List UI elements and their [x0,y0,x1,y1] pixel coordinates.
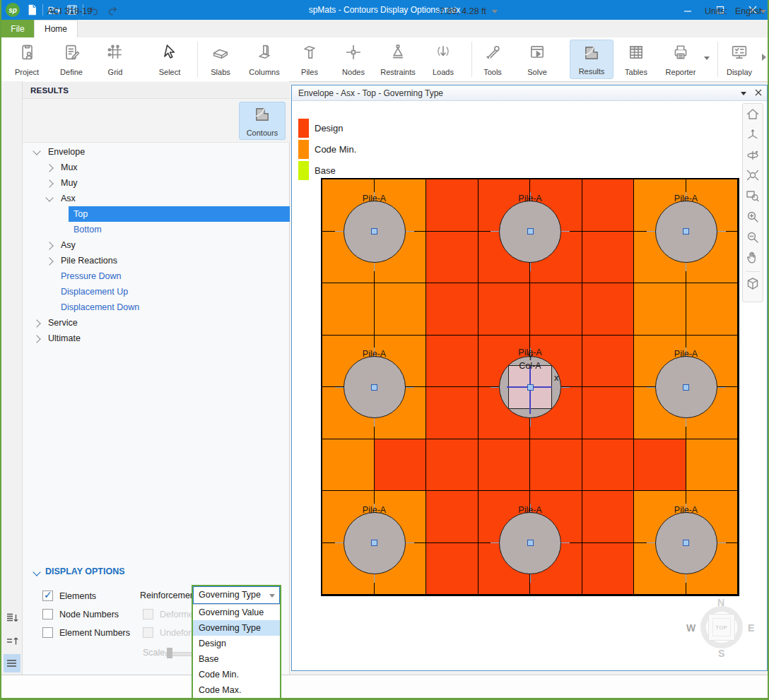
iso-view-icon[interactable] [744,275,761,292]
cursor-coordinates[interactable]: -7.89, 4.28 ft [425,0,486,23]
view-close-icon[interactable] [753,88,763,97]
compass-east[interactable]: E [748,622,754,634]
ribbon-button-select[interactable]: Select [148,40,192,79]
compass-north[interactable]: N [717,597,724,608]
tree-item-asy[interactable]: Asy [1,237,290,253]
ribbon-button-reporter[interactable]: Reporter [659,40,703,79]
menu-icon[interactable] [4,654,20,672]
zoom-window-icon[interactable] [744,188,761,205]
view-menu-caret-icon[interactable] [741,92,746,95]
pile-node-marker [371,384,377,391]
restraints-icon [388,42,408,62]
ribbon-button-tools[interactable]: Tools [471,40,515,79]
ribbon-button-loads[interactable]: Loads [421,40,465,79]
tree-item-asx[interactable]: Asx [1,191,290,206]
compass-west[interactable]: W [686,622,695,634]
pile-node-marker [683,540,689,546]
tree-item-pressure-down[interactable]: Pressure Down [1,268,290,284]
ribbon-button-restraints[interactable]: Restraints [376,40,420,79]
xyz-axes-icon[interactable] [744,126,761,143]
ribbon-button-label: Tools [471,68,515,76]
dropdown-option-base[interactable]: Base [193,651,280,667]
chevron-down-icon[interactable] [704,57,710,60]
chevron-right-icon[interactable] [45,179,53,187]
minimize-button[interactable] [671,0,704,20]
chevron-right-icon[interactable] [45,164,53,172]
axis-x-label: x [554,372,559,383]
home-icon[interactable] [744,106,761,123]
ribbon-button-columns[interactable]: Columns [242,40,286,79]
chevron-right-icon[interactable] [45,242,53,249]
tree-item-mux[interactable]: Mux [1,160,290,175]
chevron-down-icon[interactable] [33,147,40,155]
ribbon-button-slabs[interactable]: Slabs [199,40,242,79]
ribbon-button-grid[interactable]: Grid [93,40,137,79]
tree-item-service[interactable]: Service [1,315,290,331]
grid-cell [426,543,479,595]
zoom-out-icon[interactable] [744,229,761,246]
chevron-right-icon[interactable] [45,257,53,265]
dropdown-option-code-min[interactable]: Code Min. [193,667,280,682]
tree-item-ultimate[interactable]: Ultimate [1,331,290,346]
grid-cell [426,491,479,543]
contours-button[interactable]: Contours [239,102,286,140]
tables-icon [626,42,646,62]
compass-south[interactable]: S [718,648,724,659]
tree-item-label: Displacement Down [61,299,139,315]
chevron-right-icon[interactable] [33,319,40,327]
tree-item-label: Displacement Up [61,284,128,299]
results-panel-header: RESULTS [23,82,290,99]
ribbon-button-project[interactable]: Project [5,40,49,79]
dropdown-option-governing-type[interactable]: Governing Type [193,620,280,636]
tree-item-label: Asy [61,237,76,253]
dropdown-option-code-max[interactable]: Code Max. [193,682,280,698]
tree-item-top[interactable]: Top [1,206,290,222]
rotate-icon[interactable] [744,147,761,164]
reinforcement-combobox[interactable]: Governing Type [193,586,280,604]
compass-top-button[interactable]: TOP [708,614,735,641]
checkbox-deformed-shape [143,609,153,619]
checkbox-node-numbers[interactable] [42,609,53,619]
tree-item-label: Muy [61,175,78,191]
ribbon-group-separator [197,42,198,77]
chevron-right-icon[interactable] [33,335,40,343]
pile-label: Pile-A [518,194,541,203]
tree-item-pile-reactions[interactable]: Pile Reactions [1,253,290,268]
dropdown-option-governing-value[interactable]: Governing Value [193,605,280,620]
tree-item-bottom[interactable]: Bottom [1,222,290,237]
tree-item-muy[interactable]: Muy [1,175,290,191]
list-collapse-up-icon[interactable] [4,632,20,651]
ribbon-button-nodes[interactable]: Nodes [331,40,375,79]
ribbon-button-display[interactable]: Display [717,40,761,79]
tree-item-envelope[interactable]: Envelope [1,144,290,160]
nodes-icon [344,42,363,62]
pan-icon[interactable] [744,249,761,266]
tab-file[interactable]: File [1,20,34,37]
dropdown-option-design[interactable]: Design [193,636,280,651]
ribbon-button-piles[interactable]: Piles [288,40,331,79]
tree-item-displacement-down[interactable]: Displacement Down [1,299,290,315]
coordinates-caret-icon[interactable] [492,10,498,13]
ribbon-button-label: Solve [515,68,559,76]
checkbox-elements[interactable]: ✓ [42,591,53,601]
ribbon-button-results[interactable]: Results [570,40,614,79]
zoom-extents-icon[interactable] [744,167,761,184]
units-value[interactable]: English [735,0,764,23]
legend-swatch-base [298,161,309,180]
piles-icon [300,42,319,62]
list-expand-down-icon[interactable] [4,609,20,627]
title-bar: sp spMats - Contours Display Options.mat… [0,0,769,20]
results-icon [582,43,601,63]
ribbon-button-solve[interactable]: Solve [515,40,559,79]
tree-item-displacement-up[interactable]: Displacement Up [1,284,290,299]
contour-plot[interactable]: Pile-APile-APile-APile-AxYCol-APile-APil… [321,178,739,596]
checkbox-element-numbers[interactable] [42,627,53,638]
ribbon-button-define[interactable]: Define [49,40,93,79]
units-caret-icon[interactable] [761,10,766,13]
chevron-down-icon[interactable] [45,194,53,201]
select-icon [160,42,180,62]
display-options-header[interactable]: DISPLAY OPTIONS [45,566,125,576]
ribbon-button-tables[interactable]: Tables [614,40,658,79]
zoom-in-icon[interactable] [744,208,761,225]
ribbon-overflow-arrow-icon[interactable] [762,54,766,61]
